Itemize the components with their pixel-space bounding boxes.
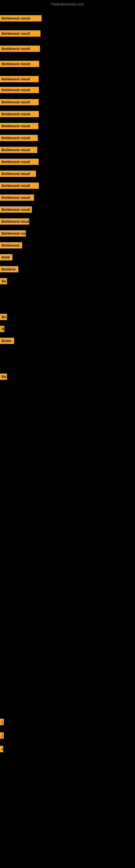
bottleneck-label-9: Bottleneck result [0,123,38,129]
bottleneck-label-4: Bottleneck result [0,61,39,67]
bottleneck-label-19: Bottleneck [0,242,22,248]
bottleneck-label-26: B [0,326,4,332]
bottleneck-label-12: Bottleneck result [0,159,39,165]
bottleneck-label-10: Bottleneck result [0,135,38,141]
bottleneck-label-38: | [0,733,4,739]
bottleneck-label-22: Bo [0,278,7,284]
bottleneck-label-14: Bottleneck result [0,183,39,189]
bottleneck-label-7: Bottleneck result [0,99,39,105]
bottleneck-label-8: Bottleneck result [0,111,39,117]
bottleneck-label-18: Bottleneck result [0,230,26,237]
bottleneck-label-15: Bottleneck result [0,194,34,201]
bottleneck-label-13: Bottleneck result [0,170,36,177]
bottleneck-label-37: | [0,719,4,725]
bottleneck-label-11: Bottleneck result [0,147,37,153]
bottleneck-label-2: Bottleneck result [0,30,41,37]
bottleneck-label-25: Bo [0,314,7,320]
bottleneck-label-1: Bottleneck result [0,15,42,22]
bottleneck-label-3: Bottleneck result [0,45,40,52]
bottleneck-label-6: Bottleneck result [0,87,39,93]
bottleneck-label-30: Bo [0,373,7,380]
bottleneck-label-16: Bottleneck result [0,207,32,213]
bottleneck-label-17: Bottleneck result [0,218,29,225]
bottleneck-label-39: ε [0,746,3,752]
bottleneck-label-20: Bottl [0,254,12,260]
bottleneck-label-5: Bottleneck result [0,76,39,82]
bottleneck-label-27: Bottle [0,338,14,344]
bottleneck-label-21: Bottlene [0,266,18,272]
